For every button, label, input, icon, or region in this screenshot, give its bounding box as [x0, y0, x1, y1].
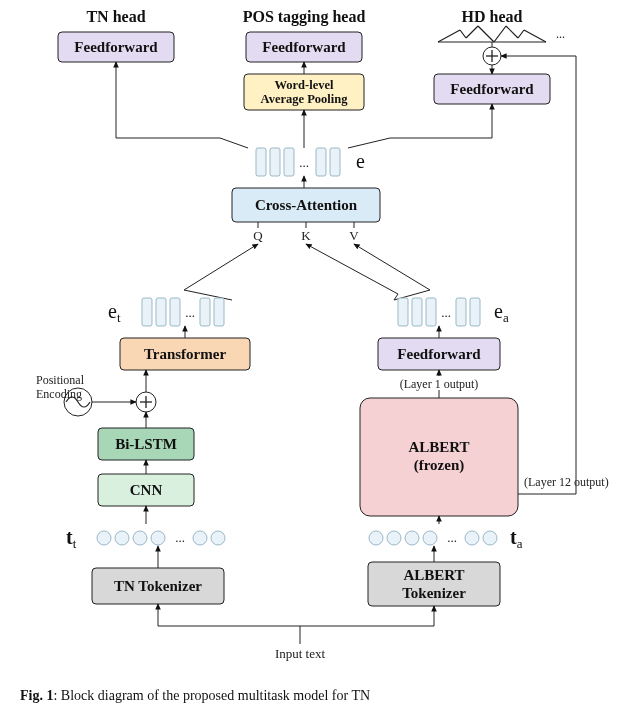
- svg-text:...: ...: [175, 530, 185, 545]
- pos-enc-l2: Encoding: [36, 387, 82, 401]
- transformer-label: Transformer: [144, 346, 227, 362]
- svg-rect-24: [316, 148, 326, 176]
- left-add-icon: [136, 392, 156, 412]
- svg-text:...: ...: [185, 305, 195, 320]
- svg-rect-43: [214, 298, 224, 326]
- figure-svg: TN head POS tagging head HD head Feedfor…: [0, 0, 640, 717]
- svg-rect-49: [470, 298, 480, 326]
- svg-line-2: [460, 30, 466, 38]
- svg-rect-44: [398, 298, 408, 326]
- svg-point-76: [405, 531, 419, 545]
- svg-rect-39: [156, 298, 166, 326]
- svg-point-75: [387, 531, 401, 545]
- layer12-label: (Layer 12 output): [524, 475, 609, 489]
- svg-rect-45: [412, 298, 422, 326]
- albert-tokenizer-l1: ALBERT: [403, 567, 464, 583]
- tn-feedforward-label: Feedforward: [74, 39, 158, 55]
- input-text-label: Input text: [275, 646, 326, 661]
- ea-tokens: ...: [398, 298, 480, 326]
- ea-label: ea: [494, 300, 509, 325]
- svg-point-68: [115, 531, 129, 545]
- svg-line-4: [478, 26, 494, 42]
- cnn-label: CNN: [130, 482, 163, 498]
- ta-tokens: ...: [369, 530, 497, 545]
- svg-line-1: [438, 30, 460, 42]
- svg-text:...: ...: [441, 305, 451, 320]
- right-feedforward-label: Feedforward: [397, 346, 481, 362]
- svg-rect-22: [284, 148, 294, 176]
- svg-rect-42: [200, 298, 210, 326]
- hd-add-icon: [483, 47, 501, 65]
- svg-rect-38: [142, 298, 152, 326]
- figure-container: TN head POS tagging head HD head Feedfor…: [0, 0, 640, 717]
- svg-rect-46: [426, 298, 436, 326]
- hd-head-label: HD head: [462, 8, 523, 25]
- svg-point-79: [465, 531, 479, 545]
- tt-label: tt: [66, 526, 77, 551]
- svg-point-69: [133, 531, 147, 545]
- cross-attention-label: Cross-Attention: [255, 197, 358, 213]
- v-label: V: [349, 228, 359, 243]
- figure-caption: Fig. 1: Block diagram of the proposed mu…: [20, 688, 370, 703]
- tt-tokens: ...: [97, 530, 225, 545]
- svg-point-70: [151, 531, 165, 545]
- avg-pool-l1: Word-level: [274, 78, 334, 92]
- svg-text:...: ...: [299, 155, 309, 170]
- svg-point-80: [483, 531, 497, 545]
- svg-rect-48: [456, 298, 466, 326]
- svg-rect-40: [170, 298, 180, 326]
- svg-line-3: [466, 26, 478, 38]
- pos-enc-l1: Positional: [36, 373, 85, 387]
- svg-line-7: [506, 26, 518, 38]
- svg-line-5: [524, 30, 546, 42]
- pos-feedforward-label: Feedforward: [262, 39, 346, 55]
- svg-text:...: ...: [447, 530, 457, 545]
- svg-line-27: [348, 138, 390, 148]
- svg-line-32: [184, 244, 258, 290]
- e-tokens: ...: [256, 148, 340, 176]
- svg-line-26: [220, 138, 248, 148]
- ta-label: ta: [510, 526, 523, 551]
- tn-tokenizer-label: TN Tokenizer: [114, 578, 202, 594]
- albert-tokenizer-l2: Tokenizer: [402, 585, 466, 601]
- svg-line-8: [494, 26, 506, 42]
- albert-l2: (frozen): [414, 457, 465, 474]
- svg-point-74: [369, 531, 383, 545]
- e-label: e: [356, 150, 365, 172]
- layer1-label: (Layer 1 output): [400, 377, 479, 391]
- et-tokens: ...: [142, 298, 224, 326]
- concat-dots: ...: [556, 27, 565, 41]
- k-label: K: [301, 228, 311, 243]
- svg-point-67: [97, 531, 111, 545]
- svg-point-77: [423, 531, 437, 545]
- svg-line-34: [306, 244, 398, 294]
- svg-line-35: [354, 244, 430, 290]
- albert-l1: ALBERT: [408, 439, 469, 455]
- svg-line-6: [518, 30, 524, 38]
- et-label: et: [108, 300, 121, 325]
- bilstm-label: Bi-LSTM: [115, 436, 177, 452]
- hd-feedforward-label: Feedforward: [450, 81, 534, 97]
- svg-rect-20: [256, 148, 266, 176]
- svg-rect-25: [330, 148, 340, 176]
- avg-pool-l2: Average Pooling: [261, 92, 349, 106]
- pos-head-label: POS tagging head: [243, 8, 366, 26]
- svg-rect-21: [270, 148, 280, 176]
- svg-point-72: [193, 531, 207, 545]
- q-label: Q: [253, 228, 263, 243]
- svg-point-73: [211, 531, 225, 545]
- hd-concat-icon: ...: [438, 26, 565, 42]
- tn-head-label: TN head: [86, 8, 145, 25]
